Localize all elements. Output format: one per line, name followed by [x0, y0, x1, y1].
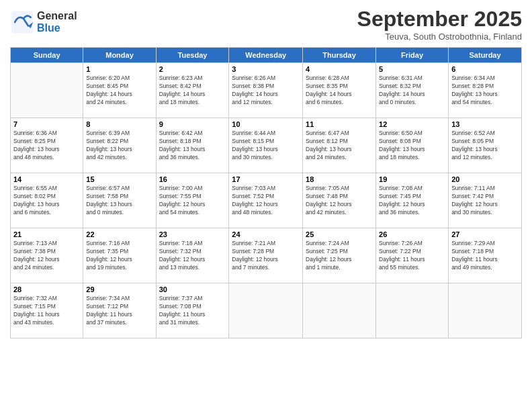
day-info: Sunrise: 7:11 AMSunset: 7:42 PMDaylight:…: [451, 185, 519, 217]
day-number: 16: [159, 175, 226, 183]
day-info: Sunrise: 6:28 AMSunset: 8:35 PMDaylight:…: [306, 75, 373, 107]
day-info: Sunrise: 6:55 AMSunset: 8:02 PMDaylight:…: [13, 185, 80, 217]
day-info: Sunrise: 6:47 AMSunset: 8:12 PMDaylight:…: [306, 130, 373, 162]
calendar-day-cell: 8Sunrise: 6:39 AMSunset: 8:22 PMDaylight…: [83, 118, 156, 173]
calendar-day-cell: 19Sunrise: 7:08 AMSunset: 7:45 PMDayligh…: [376, 173, 449, 228]
day-of-week-header: Friday: [376, 48, 449, 63]
calendar-day-cell: 14Sunrise: 6:55 AMSunset: 8:02 PMDayligh…: [11, 173, 83, 228]
calendar-day-cell: 22Sunrise: 7:16 AMSunset: 7:35 PMDayligh…: [83, 228, 156, 283]
calendar-day-cell: 7Sunrise: 6:36 AMSunset: 8:25 PMDaylight…: [11, 118, 83, 173]
day-info: Sunrise: 6:50 AMSunset: 8:08 PMDaylight:…: [379, 130, 445, 162]
day-number: 22: [86, 230, 152, 238]
calendar-day-cell: 18Sunrise: 7:05 AMSunset: 7:48 PMDayligh…: [303, 173, 376, 228]
day-info: Sunrise: 7:00 AMSunset: 7:55 PMDaylight:…: [159, 185, 226, 217]
day-info: Sunrise: 6:23 AMSunset: 8:42 PMDaylight:…: [159, 75, 226, 107]
calendar-week-row: 21Sunrise: 7:13 AMSunset: 7:38 PMDayligh…: [11, 228, 522, 283]
location-subtitle: Teuva, South Ostrobothnia, Finland: [357, 32, 522, 42]
calendar-day-cell: 2Sunrise: 6:23 AMSunset: 8:42 PMDaylight…: [156, 63, 229, 118]
main-container: General Blue September 2025 Teuva, South…: [0, 0, 532, 342]
day-info: Sunrise: 7:26 AMSunset: 7:22 PMDaylight:…: [379, 240, 445, 272]
day-info: Sunrise: 7:37 AMSunset: 7:08 PMDaylight:…: [159, 295, 226, 327]
calendar-day-cell: [449, 283, 522, 338]
calendar-day-cell: 26Sunrise: 7:26 AMSunset: 7:22 PMDayligh…: [376, 228, 449, 283]
calendar-day-cell: 5Sunrise: 6:31 AMSunset: 8:32 PMDaylight…: [376, 63, 449, 118]
calendar-day-cell: 24Sunrise: 7:21 AMSunset: 7:28 PMDayligh…: [229, 228, 303, 283]
calendar-day-cell: 28Sunrise: 7:32 AMSunset: 7:15 PMDayligh…: [11, 283, 83, 338]
title-section: September 2025 Teuva, South Ostrobothnia…: [357, 7, 522, 42]
day-info: Sunrise: 6:52 AMSunset: 8:05 PMDaylight:…: [451, 130, 519, 162]
day-info: Sunrise: 7:18 AMSunset: 7:32 PMDaylight:…: [159, 240, 226, 272]
day-number: 27: [451, 230, 519, 238]
day-info: Sunrise: 7:24 AMSunset: 7:25 PMDaylight:…: [306, 240, 373, 272]
logo-blue-text: Blue: [37, 22, 77, 34]
calendar-day-cell: 20Sunrise: 7:11 AMSunset: 7:42 PMDayligh…: [449, 173, 522, 228]
day-info: Sunrise: 7:13 AMSunset: 7:38 PMDaylight:…: [13, 240, 80, 272]
calendar-day-cell: 15Sunrise: 6:57 AMSunset: 7:58 PMDayligh…: [83, 173, 156, 228]
calendar-day-cell: 6Sunrise: 6:34 AMSunset: 8:28 PMDaylight…: [449, 63, 522, 118]
day-number: 18: [306, 175, 373, 183]
day-info: Sunrise: 7:32 AMSunset: 7:15 PMDaylight:…: [13, 295, 80, 327]
day-number: 1: [86, 65, 152, 73]
calendar-day-cell: 21Sunrise: 7:13 AMSunset: 7:38 PMDayligh…: [11, 228, 83, 283]
calendar-day-cell: 4Sunrise: 6:28 AMSunset: 8:35 PMDaylight…: [303, 63, 376, 118]
calendar-day-cell: 12Sunrise: 6:50 AMSunset: 8:08 PMDayligh…: [376, 118, 449, 173]
calendar-week-row: 14Sunrise: 6:55 AMSunset: 8:02 PMDayligh…: [11, 173, 522, 228]
calendar-week-row: 28Sunrise: 7:32 AMSunset: 7:15 PMDayligh…: [11, 283, 522, 338]
day-number: 30: [159, 285, 226, 293]
logo-general-text: General: [37, 10, 77, 22]
day-number: 3: [232, 65, 300, 73]
day-info: Sunrise: 6:26 AMSunset: 8:38 PMDaylight:…: [232, 75, 300, 107]
calendar-day-cell: 25Sunrise: 7:24 AMSunset: 7:25 PMDayligh…: [303, 228, 376, 283]
day-info: Sunrise: 6:57 AMSunset: 7:58 PMDaylight:…: [86, 185, 152, 217]
day-info: Sunrise: 7:03 AMSunset: 7:52 PMDaylight:…: [232, 185, 300, 217]
day-number: 9: [159, 120, 226, 128]
calendar-day-cell: 13Sunrise: 6:52 AMSunset: 8:05 PMDayligh…: [449, 118, 522, 173]
day-info: Sunrise: 7:16 AMSunset: 7:35 PMDaylight:…: [86, 240, 152, 272]
calendar-week-row: 7Sunrise: 6:36 AMSunset: 8:25 PMDaylight…: [11, 118, 522, 173]
day-number: 21: [13, 230, 80, 238]
day-number: 6: [451, 65, 519, 73]
day-number: 14: [13, 175, 80, 183]
day-number: 7: [13, 120, 80, 128]
day-number: 26: [379, 230, 445, 238]
header-section: General Blue September 2025 Teuva, South…: [10, 7, 522, 42]
day-info: Sunrise: 7:08 AMSunset: 7:45 PMDaylight:…: [379, 185, 445, 217]
logo: General Blue: [10, 10, 77, 34]
day-number: 19: [379, 175, 445, 183]
calendar-table: SundayMondayTuesdayWednesdayThursdayFrid…: [10, 47, 522, 338]
day-number: 11: [306, 120, 373, 128]
day-number: 23: [159, 230, 226, 238]
day-number: 28: [13, 285, 80, 293]
logo-icon: [10, 10, 34, 34]
calendar-day-cell: [11, 63, 83, 118]
day-info: Sunrise: 6:31 AMSunset: 8:32 PMDaylight:…: [379, 75, 445, 107]
calendar-day-cell: 27Sunrise: 7:29 AMSunset: 7:18 PMDayligh…: [449, 228, 522, 283]
day-of-week-header: Wednesday: [229, 48, 303, 63]
day-of-week-header: Sunday: [11, 48, 83, 63]
day-number: 2: [159, 65, 226, 73]
day-number: 25: [306, 230, 373, 238]
calendar-day-cell: 11Sunrise: 6:47 AMSunset: 8:12 PMDayligh…: [303, 118, 376, 173]
calendar-day-cell: 17Sunrise: 7:03 AMSunset: 7:52 PMDayligh…: [229, 173, 303, 228]
calendar-day-cell: 30Sunrise: 7:37 AMSunset: 7:08 PMDayligh…: [156, 283, 229, 338]
day-number: 24: [232, 230, 300, 238]
day-info: Sunrise: 7:05 AMSunset: 7:48 PMDaylight:…: [306, 185, 373, 217]
calendar-day-cell: 29Sunrise: 7:34 AMSunset: 7:12 PMDayligh…: [83, 283, 156, 338]
day-of-week-header: Saturday: [449, 48, 522, 63]
calendar-week-row: 1Sunrise: 6:20 AMSunset: 8:45 PMDaylight…: [11, 63, 522, 118]
day-info: Sunrise: 6:20 AMSunset: 8:45 PMDaylight:…: [86, 75, 152, 107]
day-number: 4: [306, 65, 373, 73]
day-info: Sunrise: 7:29 AMSunset: 7:18 PMDaylight:…: [451, 240, 519, 272]
logo-text: General Blue: [37, 10, 77, 34]
calendar-day-cell: 1Sunrise: 6:20 AMSunset: 8:45 PMDaylight…: [83, 63, 156, 118]
calendar-day-cell: 16Sunrise: 7:00 AMSunset: 7:55 PMDayligh…: [156, 173, 229, 228]
day-number: 17: [232, 175, 300, 183]
day-number: 13: [451, 120, 519, 128]
day-of-week-header: Monday: [83, 48, 156, 63]
calendar-day-cell: [303, 283, 376, 338]
month-title: September 2025: [357, 7, 522, 32]
day-info: Sunrise: 7:34 AMSunset: 7:12 PMDaylight:…: [86, 295, 152, 327]
day-info: Sunrise: 6:42 AMSunset: 8:18 PMDaylight:…: [159, 130, 226, 162]
day-number: 29: [86, 285, 152, 293]
calendar-day-cell: 9Sunrise: 6:42 AMSunset: 8:18 PMDaylight…: [156, 118, 229, 173]
